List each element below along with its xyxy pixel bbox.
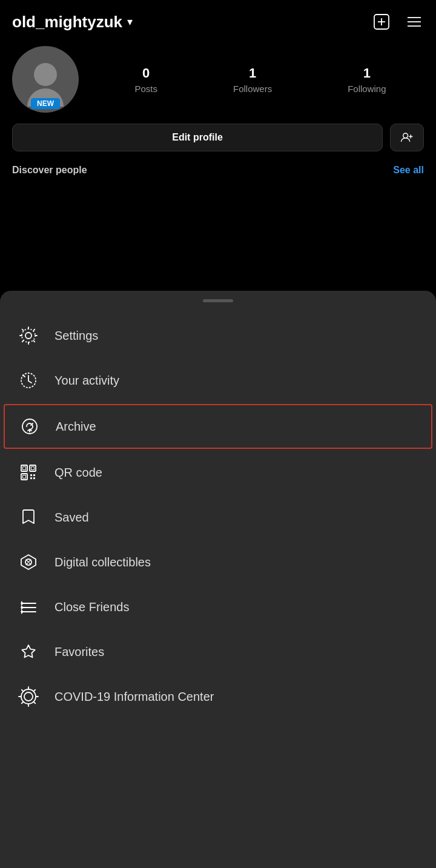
new-badge: NEW (31, 98, 60, 109)
svg-rect-24 (30, 477, 32, 479)
followers-count: 1 (249, 65, 256, 81)
covid-icon (18, 686, 39, 707)
menu-item-close-friends[interactable]: Close Friends (0, 585, 436, 629)
profile-section: old_mightyzuk ▾ (0, 0, 436, 190)
qr-icon (18, 462, 39, 483)
svg-line-38 (22, 690, 24, 692)
new-post-button[interactable] (372, 12, 391, 31)
svg-rect-19 (23, 467, 25, 469)
username: old_mightyzuk (12, 13, 122, 31)
menu-list: Settings Your activity (0, 307, 436, 725)
menu-item-activity[interactable]: Your activity (0, 358, 436, 403)
menu-item-settings[interactable]: Settings (0, 313, 436, 358)
following-label: Following (348, 84, 386, 94)
stat-following[interactable]: 1 Following (348, 65, 386, 94)
svg-point-9 (25, 333, 31, 339)
svg-point-33 (24, 692, 33, 701)
handle-bar (203, 299, 233, 302)
sheet-handle (0, 291, 436, 307)
svg-marker-29 (21, 601, 24, 606)
menu-item-qr[interactable]: QR code (0, 450, 436, 495)
actions-row: Edit profile (12, 124, 424, 151)
avatar-wrap: NEW (12, 46, 79, 113)
see-all-button[interactable]: See all (393, 165, 424, 176)
stat-posts[interactable]: 0 Posts (134, 65, 157, 94)
svg-rect-23 (33, 474, 35, 476)
saved-label: Saved (54, 511, 89, 525)
add-person-button[interactable] (390, 124, 424, 151)
chevron-down-icon: ▾ (127, 15, 133, 28)
covid-label: COVID-19 Information Center (54, 690, 214, 704)
qr-label: QR code (54, 466, 102, 480)
favorites-label: Favorites (54, 645, 104, 659)
settings-label: Settings (54, 329, 98, 343)
menu-item-covid[interactable]: COVID-19 Information Center (0, 674, 436, 719)
menu-item-saved[interactable]: Saved (0, 495, 436, 540)
menu-item-collectibles[interactable]: Digital collectibles (0, 540, 436, 585)
archive-label: Archive (56, 420, 96, 434)
username-area[interactable]: old_mightyzuk ▾ (12, 13, 133, 31)
svg-marker-30 (21, 605, 24, 610)
posts-count: 0 (142, 65, 150, 81)
menu-button[interactable] (405, 12, 424, 31)
saved-icon (18, 507, 39, 528)
top-bar: old_mightyzuk ▾ (12, 12, 424, 31)
close-friends-icon (18, 597, 39, 617)
svg-rect-25 (33, 477, 35, 479)
favorites-icon (18, 641, 39, 662)
close-friends-label: Close Friends (54, 600, 129, 614)
menu-item-favorites[interactable]: Favorites (0, 629, 436, 674)
collectibles-icon (18, 552, 39, 572)
svg-rect-22 (30, 474, 32, 476)
activity-label: Your activity (54, 374, 119, 388)
svg-marker-31 (21, 609, 24, 614)
top-icons (372, 12, 424, 31)
discover-label: Discover people (12, 165, 87, 176)
posts-label: Posts (134, 84, 157, 94)
profile-info-row: NEW 0 Posts 1 Followers 1 Following (12, 46, 424, 113)
stats-area: 0 Posts 1 Followers 1 Following (97, 65, 424, 94)
followers-label: Followers (233, 84, 272, 94)
svg-rect-21 (23, 475, 25, 478)
svg-line-41 (22, 702, 24, 704)
activity-icon (18, 370, 39, 391)
bottom-sheet: Settings Your activity (0, 291, 436, 868)
collectibles-label: Digital collectibles (54, 555, 151, 569)
edit-profile-button[interactable]: Edit profile (12, 124, 383, 151)
discover-row: Discover people See all (12, 162, 424, 181)
svg-rect-20 (31, 467, 34, 469)
svg-line-40 (34, 690, 36, 692)
menu-item-archive[interactable]: Archive (4, 404, 432, 449)
avatar-head (34, 63, 57, 86)
stat-followers[interactable]: 1 Followers (233, 65, 272, 94)
archive-icon (19, 416, 40, 437)
svg-point-6 (403, 133, 408, 138)
settings-icon (18, 325, 39, 346)
svg-line-39 (34, 702, 36, 704)
following-count: 1 (363, 65, 371, 81)
